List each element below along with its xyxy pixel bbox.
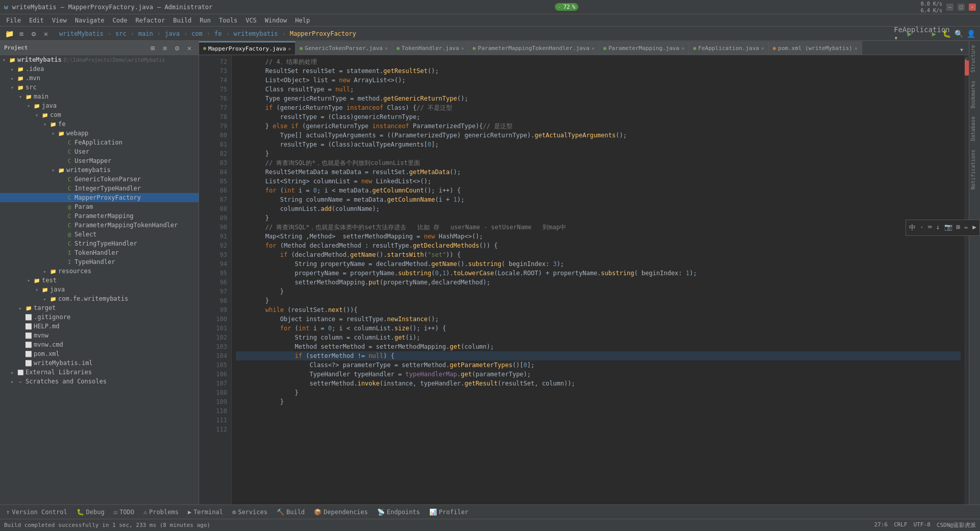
menu-view[interactable]: View <box>48 16 71 25</box>
tree-mapperproxyfactory[interactable]: ▸ C MapperProxyFactory <box>0 193 199 202</box>
menu-build[interactable]: Build <box>169 16 195 25</box>
tree-tokenhandler[interactable]: ▸ I TokenHandler <box>0 248 199 257</box>
menu-navigate[interactable]: Navigate <box>71 16 109 25</box>
collapse-icon[interactable]: ≡ <box>16 29 27 39</box>
tab-close[interactable]: ✕ <box>854 45 857 51</box>
search-icon[interactable]: 🔍 <box>953 29 964 39</box>
tree-writemybatis[interactable]: ▾ 📁 writemybatis <box>0 165 199 175</box>
tree-scratches[interactable]: ▸ ✏ Scratches and Consoles <box>0 377 199 386</box>
settings-icon[interactable]: ⚙ <box>29 29 39 39</box>
menu-file[interactable]: File <box>2 16 25 25</box>
tree-param[interactable]: ▸ @ Param <box>0 202 199 211</box>
tab-close[interactable]: ✕ <box>761 45 764 51</box>
breadcrumb-com[interactable]: com <box>191 30 203 37</box>
ime-play[interactable]: ▶ <box>971 222 977 233</box>
tree-resources[interactable]: ▸ 📁 resources <box>0 267 199 276</box>
todo-tab[interactable]: ☑ TODO <box>110 506 138 518</box>
breadcrumb-fe[interactable]: fe <box>214 30 222 37</box>
tab-pomxml[interactable]: pom.xml (writeMybatis) ✕ <box>769 41 862 55</box>
tab-close[interactable]: ✕ <box>461 45 464 51</box>
tree-typehandler[interactable]: ▸ I TypeHandler <box>0 257 199 267</box>
tree-user[interactable]: ▸ C User <box>0 147 199 156</box>
menu-help[interactable]: Help <box>291 16 314 25</box>
tab-close[interactable]: ✕ <box>385 45 388 51</box>
version-control-tab[interactable]: ↑ Version Control <box>2 506 71 518</box>
build-tab[interactable]: 🔨 Build <box>273 506 309 518</box>
code-editor[interactable]: // 4、结果的处理 ResultSet resultSet = stateme… <box>232 55 965 504</box>
run-btn[interactable]: ▶ <box>929 29 939 39</box>
ime-camera[interactable]: 📷 <box>943 222 953 233</box>
project-icon[interactable]: 📁 <box>4 29 14 39</box>
tree-root[interactable]: ▾ 📁 writeMybatis D:\IdeaProjects\Demo\wr… <box>0 55 199 64</box>
dependencies-tab[interactable]: 📦 Dependencies <box>310 506 372 518</box>
breadcrumb-file[interactable]: MapperProxyFactory <box>290 30 356 37</box>
breadcrumb-writemybatis[interactable]: writemybatis <box>234 30 278 37</box>
debug-tab[interactable]: 🐛 Debug <box>72 506 109 518</box>
tree-mvn[interactable]: ▸ 📁 .mvn <box>0 74 199 83</box>
tree-stringtypehandler[interactable]: ▸ C StringTypeHandler <box>0 239 199 248</box>
tree-parametermappingtokenhandler[interactable]: ▸ C ParameterMappingTokenHandler <box>0 221 199 230</box>
bookmarks-tab[interactable]: Bookmarks <box>969 77 980 112</box>
tab-generictokenparser[interactable]: GenericTokenParser.java ✕ <box>296 41 392 55</box>
menu-vcs[interactable]: VCS <box>241 16 261 25</box>
tab-list-icon[interactable]: ▾ <box>957 44 967 55</box>
tab-parametermapping[interactable]: ParameterMapping.java ✕ <box>599 41 689 55</box>
ime-down[interactable]: ↓ <box>935 222 941 233</box>
tree-mvnwcmd[interactable]: ▸ ⬜ mvnw.cmd <box>0 340 199 349</box>
menu-window[interactable]: Window <box>261 16 291 25</box>
tree-helpmd[interactable]: ▸ ⬜ HELP.md <box>0 322 199 331</box>
tree-parametermapping[interactable]: ▸ C ParameterMapping <box>0 211 199 221</box>
tab-feapplication[interactable]: FeApplication.java ✕ <box>689 41 769 55</box>
notifications-tab[interactable]: Notifications <box>969 146 980 194</box>
ime-punct[interactable]: · <box>919 222 925 233</box>
tree-test[interactable]: ▾ 📁 test <box>0 276 199 285</box>
run-config-icon[interactable]: FeApplication ▾ <box>917 29 927 39</box>
database-tab[interactable]: Database <box>969 112 980 145</box>
tree-usermapper[interactable]: ▸ C UserMapper <box>0 156 199 165</box>
tree-iml[interactable]: ▸ ⬜ writeMybatis.iml <box>0 358 199 368</box>
ime-chinese[interactable]: 中 <box>908 222 917 233</box>
menu-tools[interactable]: Tools <box>215 16 241 25</box>
tree-select[interactable]: ▸ @ Select <box>0 230 199 239</box>
maximize-button[interactable]: □ <box>958 4 965 11</box>
menu-refactor[interactable]: Refactor <box>131 16 169 25</box>
tree-main[interactable]: ▾ 📁 main <box>0 92 199 101</box>
tree-feapplication[interactable]: ▸ C FeApplication <box>0 138 199 147</box>
tab-parametermappingtokenhandler[interactable]: ParameterMappingTokenHandler.java ✕ <box>469 41 599 55</box>
ime-pen[interactable]: ✏ <box>963 222 969 233</box>
tree-target[interactable]: ▸ 📁 target <box>0 303 199 312</box>
tree-test-java[interactable]: ▾ 📁 java <box>0 285 199 294</box>
breadcrumb-root[interactable]: writeMybatis <box>59 30 104 37</box>
problems-tab[interactable]: ⚠ Problems <box>139 506 183 518</box>
tree-integertypehandler[interactable]: ▸ C IntegerTypeHandler <box>0 184 199 193</box>
sidebar-gear-icon[interactable]: ⚙ <box>172 43 182 53</box>
tree-test-package[interactable]: ▸ 📁 com.fe.writemybatis <box>0 294 199 303</box>
breadcrumb-main[interactable]: main <box>138 30 153 37</box>
menu-code[interactable]: Code <box>109 16 132 25</box>
tab-close[interactable]: ✕ <box>592 45 595 51</box>
terminal-tab[interactable]: ▶ Terminal <box>184 506 227 518</box>
breadcrumb-src[interactable]: src <box>115 30 127 37</box>
tab-tokenhandler[interactable]: TokenHandler.java ✕ <box>393 41 469 55</box>
profiler-tab[interactable]: 📊 Profiler <box>425 506 473 518</box>
tab-close[interactable]: ✕ <box>681 45 684 51</box>
tree-src[interactable]: ▾ 📁 src <box>0 83 199 92</box>
tab-mapperproxyfactory[interactable]: MapperProxyFactory.java ✕ <box>199 41 296 55</box>
close-button[interactable]: ✕ <box>969 4 976 11</box>
sidebar-close-icon[interactable]: ✕ <box>184 43 194 53</box>
tree-com[interactable]: ▾ 📁 com <box>0 110 199 119</box>
services-tab[interactable]: ⚙ Services <box>228 506 272 518</box>
menu-run[interactable]: Run <box>195 16 215 25</box>
tree-webapp[interactable]: ▾ 📁 webapp <box>0 129 199 138</box>
structure-tab[interactable]: Structure <box>969 41 980 77</box>
ime-grid[interactable]: ⊞ <box>955 222 962 233</box>
tab-close[interactable]: ✕ <box>288 46 291 52</box>
menu-edit[interactable]: Edit <box>25 16 48 25</box>
endpoints-tab[interactable]: 📡 Endpoints <box>373 506 424 518</box>
tree-generictokenparser[interactable]: ▸ C GenericTokenParser <box>0 175 199 184</box>
tree-pomxml[interactable]: ▸ ⬜ pom.xml <box>0 349 199 358</box>
sidebar-expand-icon[interactable]: ⊞ <box>148 43 158 53</box>
tree-gitignore[interactable]: ▸ ⬜ .gitignore <box>0 312 199 322</box>
ime-keyboard[interactable]: ⌨ <box>927 222 933 233</box>
debug-btn[interactable]: 🐛 <box>941 29 951 39</box>
